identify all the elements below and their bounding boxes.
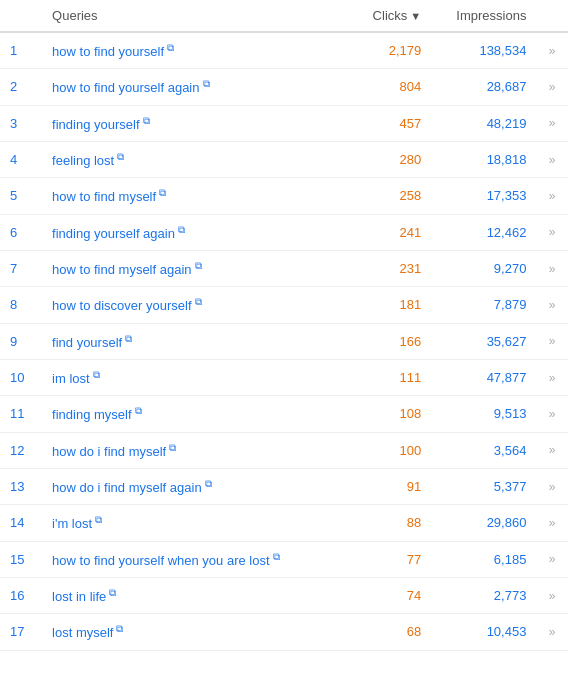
row-number: 10: [0, 359, 42, 395]
table-row: 17lost myself⧉6810,453»: [0, 614, 568, 650]
external-link-icon[interactable]: ⧉: [95, 514, 102, 525]
query-link[interactable]: how to find yourself again: [52, 81, 199, 96]
expand-arrow[interactable]: »: [536, 614, 568, 650]
impressions-value: 5,377: [431, 468, 536, 504]
external-link-icon[interactable]: ⧉: [205, 478, 212, 489]
clicks-value: 804: [326, 69, 431, 105]
query-link[interactable]: finding myself: [52, 408, 131, 423]
query-link[interactable]: lost in life: [52, 589, 106, 604]
query-link[interactable]: how do i find myself: [52, 444, 166, 459]
header-clicks[interactable]: Clicks ▼: [326, 0, 431, 32]
external-link-icon[interactable]: ⧉: [167, 42, 174, 53]
query-link[interactable]: how to discover yourself: [52, 299, 191, 314]
query-cell: feeling lost⧉: [42, 141, 326, 177]
table-row: 6finding yourself again⧉24112,462»: [0, 214, 568, 250]
table-row: 13how do i find myself again⧉915,377»: [0, 468, 568, 504]
row-number: 6: [0, 214, 42, 250]
impressions-value: 10,453: [431, 614, 536, 650]
query-link[interactable]: finding yourself again: [52, 226, 175, 241]
table-row: 5how to find myself⧉25817,353»: [0, 178, 568, 214]
expand-arrow[interactable]: »: [536, 69, 568, 105]
query-cell: how do i find myself⧉: [42, 432, 326, 468]
query-link[interactable]: how to find yourself when you are lost: [52, 553, 270, 568]
expand-arrow[interactable]: »: [536, 178, 568, 214]
impressions-value: 17,353: [431, 178, 536, 214]
external-link-icon[interactable]: ⧉: [178, 224, 185, 235]
clicks-value: 77: [326, 541, 431, 577]
external-link-icon[interactable]: ⧉: [273, 551, 280, 562]
clicks-value: 100: [326, 432, 431, 468]
impressions-value: 7,879: [431, 287, 536, 323]
table-row: 2how to find yourself again⧉80428,687»: [0, 69, 568, 105]
external-link-icon[interactable]: ⧉: [203, 78, 210, 89]
clicks-label: Clicks: [373, 8, 408, 23]
table-row: 8how to discover yourself⧉1817,879»: [0, 287, 568, 323]
query-cell: finding yourself⧉: [42, 105, 326, 141]
query-link[interactable]: im lost: [52, 371, 90, 386]
expand-arrow[interactable]: »: [536, 359, 568, 395]
row-number: 13: [0, 468, 42, 504]
query-link[interactable]: finding yourself: [52, 117, 139, 132]
query-link[interactable]: how do i find myself again: [52, 480, 202, 495]
clicks-value: 258: [326, 178, 431, 214]
impressions-value: 138,534: [431, 32, 536, 69]
query-cell: how to find myself⧉: [42, 178, 326, 214]
row-number: 4: [0, 141, 42, 177]
expand-arrow[interactable]: »: [536, 32, 568, 69]
table-row: 4feeling lost⧉28018,818»: [0, 141, 568, 177]
impressions-value: 35,627: [431, 323, 536, 359]
search-queries-table: Queries Clicks ▼ Impressions 1how to fin…: [0, 0, 568, 651]
query-cell: lost in life⧉: [42, 577, 326, 613]
query-link[interactable]: how to find myself: [52, 190, 156, 205]
row-number: 17: [0, 614, 42, 650]
query-link[interactable]: i'm lost: [52, 517, 92, 532]
clicks-value: 111: [326, 359, 431, 395]
clicks-value: 280: [326, 141, 431, 177]
expand-arrow[interactable]: »: [536, 468, 568, 504]
expand-arrow[interactable]: »: [536, 105, 568, 141]
row-number: 5: [0, 178, 42, 214]
row-number: 15: [0, 541, 42, 577]
impressions-value: 47,877: [431, 359, 536, 395]
table-row: 10im lost⧉11147,877»: [0, 359, 568, 395]
expand-arrow[interactable]: »: [536, 396, 568, 432]
query-cell: finding myself⧉: [42, 396, 326, 432]
external-link-icon[interactable]: ⧉: [93, 369, 100, 380]
external-link-icon[interactable]: ⧉: [159, 187, 166, 198]
query-link[interactable]: how to find myself again: [52, 262, 191, 277]
table-row: 1how to find yourself⧉2,179138,534»: [0, 32, 568, 69]
expand-arrow[interactable]: »: [536, 577, 568, 613]
expand-arrow[interactable]: »: [536, 323, 568, 359]
clicks-value: 2,179: [326, 32, 431, 69]
expand-arrow[interactable]: »: [536, 141, 568, 177]
impressions-value: 12,462: [431, 214, 536, 250]
expand-arrow[interactable]: »: [536, 250, 568, 286]
expand-arrow[interactable]: »: [536, 505, 568, 541]
external-link-icon[interactable]: ⧉: [143, 115, 150, 126]
external-link-icon[interactable]: ⧉: [195, 260, 202, 271]
expand-arrow[interactable]: »: [536, 432, 568, 468]
expand-arrow[interactable]: »: [536, 541, 568, 577]
query-cell: find yourself⧉: [42, 323, 326, 359]
query-link[interactable]: how to find yourself: [52, 44, 164, 59]
query-cell: how to find yourself again⧉: [42, 69, 326, 105]
query-link[interactable]: find yourself: [52, 335, 122, 350]
external-link-icon[interactable]: ⧉: [109, 587, 116, 598]
clicks-value: 181: [326, 287, 431, 323]
row-number: 2: [0, 69, 42, 105]
query-link[interactable]: lost myself: [52, 626, 113, 641]
table-row: 14i'm lost⧉8829,860»: [0, 505, 568, 541]
external-link-icon[interactable]: ⧉: [195, 296, 202, 307]
row-number: 11: [0, 396, 42, 432]
expand-arrow[interactable]: »: [536, 287, 568, 323]
query-link[interactable]: feeling lost: [52, 153, 114, 168]
external-link-icon[interactable]: ⧉: [117, 151, 124, 162]
external-link-icon[interactable]: ⧉: [125, 333, 132, 344]
row-number: 3: [0, 105, 42, 141]
expand-arrow[interactable]: »: [536, 214, 568, 250]
external-link-icon[interactable]: ⧉: [169, 442, 176, 453]
table-row: 9find yourself⧉16635,627»: [0, 323, 568, 359]
external-link-icon[interactable]: ⧉: [135, 405, 142, 416]
external-link-icon[interactable]: ⧉: [116, 623, 123, 634]
impressions-value: 48,219: [431, 105, 536, 141]
